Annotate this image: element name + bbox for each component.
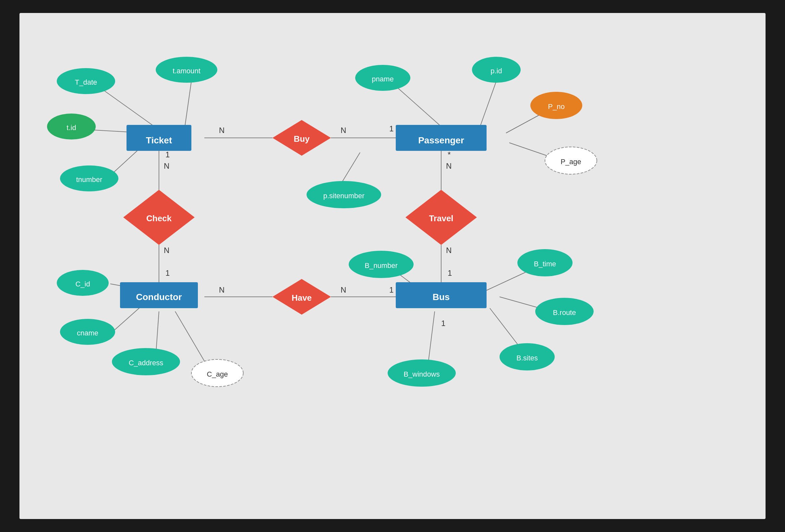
svg-line-6 xyxy=(397,87,441,127)
svg-text:Ticket: Ticket xyxy=(146,135,172,145)
svg-line-0 xyxy=(102,89,159,130)
card-have-bus-1: 1 xyxy=(389,285,394,294)
card-check-conductor-1: 1 xyxy=(166,269,170,277)
svg-text:B_time: B_time xyxy=(534,260,556,268)
card-passenger-travel-n: N xyxy=(446,161,452,170)
svg-text:P_age: P_age xyxy=(560,158,581,166)
svg-text:t.id: t.id xyxy=(67,124,76,132)
svg-text:B.sites: B.sites xyxy=(516,354,538,362)
attribute-b-windows: B_windows xyxy=(388,359,456,387)
svg-text:C_id: C_id xyxy=(75,280,90,288)
card-passenger-travel-star: * xyxy=(448,150,451,159)
svg-text:Buy: Buy xyxy=(294,134,310,144)
er-diagram-canvas: N N 1 N 1 N 1 N * N 1 N N 1 1 Ticket Pas… xyxy=(20,13,765,519)
relationship-have: Have xyxy=(273,279,331,315)
svg-text:B.route: B.route xyxy=(553,308,576,316)
card-buy-passenger-n: N xyxy=(340,126,346,135)
attribute-b-time: B_time xyxy=(517,249,573,276)
attribute-c-address: C_address xyxy=(112,348,180,375)
attribute-b-sites: B.sites xyxy=(500,343,555,371)
attribute-p-id: p.id xyxy=(472,57,521,83)
attribute-b-number: B_number xyxy=(349,251,413,278)
card-travel-bus-n: N xyxy=(446,246,452,255)
svg-text:Travel: Travel xyxy=(429,213,453,223)
relationship-buy: Buy xyxy=(273,120,331,156)
attribute-t-date: T_date xyxy=(57,68,115,94)
card-ticket-buy-n: N xyxy=(219,126,225,135)
svg-text:Bus: Bus xyxy=(433,292,450,302)
entity-bus: Bus xyxy=(396,282,486,308)
svg-text:Passenger: Passenger xyxy=(418,135,464,145)
card-ticket-check-n: N xyxy=(164,161,169,170)
attribute-t-id: t.id xyxy=(47,113,96,140)
attribute-t-amount: t.amount xyxy=(156,57,217,83)
attribute-p-age: P_age xyxy=(545,147,597,174)
svg-text:t.amount: t.amount xyxy=(173,67,200,75)
svg-text:B_windows: B_windows xyxy=(404,370,439,378)
svg-text:Have: Have xyxy=(292,293,312,303)
attribute-p-sitenumber: p.sitenumber xyxy=(307,181,381,208)
svg-line-24 xyxy=(490,308,522,350)
svg-line-22 xyxy=(486,269,532,290)
attribute-c-id: C_id xyxy=(57,270,109,296)
svg-text:T_date: T_date xyxy=(75,78,97,86)
svg-text:P_no: P_no xyxy=(548,102,564,110)
card-check-conductor-n: N xyxy=(164,246,169,255)
svg-line-25 xyxy=(428,311,435,363)
attribute-cname: cname xyxy=(60,319,115,345)
svg-text:Check: Check xyxy=(146,213,172,223)
entity-conductor: Conductor xyxy=(120,282,198,308)
attribute-p-no: P_no xyxy=(530,92,582,119)
svg-text:pname: pname xyxy=(372,75,394,83)
card-passenger-buy-1: 1 xyxy=(389,124,394,133)
card-ticket-check-1: 1 xyxy=(166,150,170,159)
svg-text:B_number: B_number xyxy=(364,261,398,270)
attribute-c-age: C_age xyxy=(192,359,243,387)
svg-text:p.sitenumber: p.sitenumber xyxy=(323,192,364,200)
svg-text:p.id: p.id xyxy=(490,67,502,75)
svg-text:C_age: C_age xyxy=(207,370,228,378)
card-have-bus-n: N xyxy=(340,285,346,294)
entity-passenger: Passenger xyxy=(396,125,486,151)
svg-text:C_address: C_address xyxy=(129,359,163,367)
card-bus-bottom: 1 xyxy=(441,319,446,328)
relationship-travel: Travel xyxy=(405,190,477,245)
svg-line-18 xyxy=(113,305,143,331)
attribute-b-route: B.route xyxy=(535,298,593,325)
svg-text:Conductor: Conductor xyxy=(136,292,182,302)
attribute-tnumber: tnumber xyxy=(60,166,119,192)
svg-line-20 xyxy=(175,311,208,366)
svg-line-7 xyxy=(480,81,496,127)
attribute-pname: pname xyxy=(355,65,410,91)
relationship-check: Check xyxy=(123,190,195,245)
card-conductor-have-n: N xyxy=(219,285,225,294)
entity-ticket: Ticket xyxy=(127,125,192,151)
card-travel-bus-1: 1 xyxy=(448,269,452,277)
svg-text:tnumber: tnumber xyxy=(76,176,102,184)
svg-line-1 xyxy=(185,81,192,127)
svg-text:cname: cname xyxy=(77,329,98,337)
